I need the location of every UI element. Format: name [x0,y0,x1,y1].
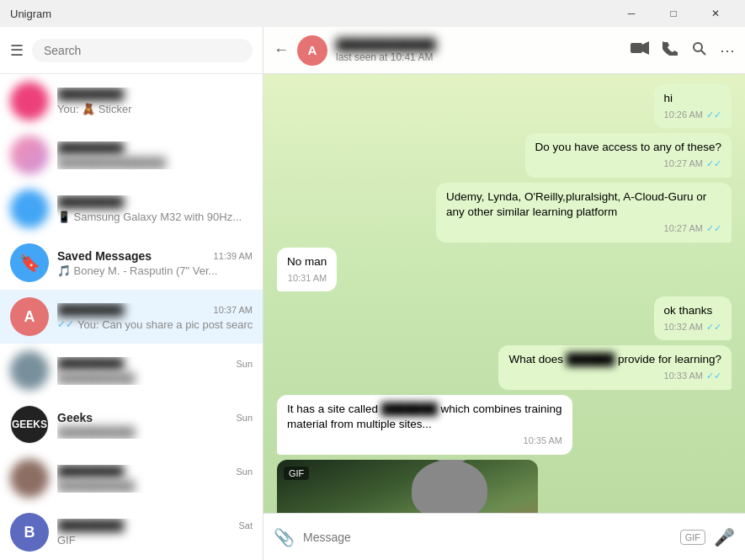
chat-preview: ██████████ [57,372,253,385]
message-time: 10:32 AM [664,321,703,333]
message-bubble: No man 10:31 AM [277,248,337,291]
chat-top: ████████ Sun [57,357,253,371]
search-icon[interactable] [691,40,706,60]
message-bubble: It has a site called ███████ which combi… [277,395,572,455]
app-title: Unigram [10,8,612,20]
list-item[interactable]: B ████████ Sat GIF [0,505,263,559]
chat-top: ████████ [57,141,253,155]
sidebar-header: ☰ [0,27,263,74]
message-bubble: hi 10:26 AM ✓✓ [654,84,732,128]
chat-preview: ██████████████ [57,157,253,169]
contact-name: ████████████ [336,38,622,51]
chat-top: ████████ Sun [57,465,253,478]
message-text: Do you have access to any of these? [535,141,721,153]
message-text: No man [287,255,327,268]
svg-point-2 [694,43,702,51]
list-item[interactable]: ████████ Sun ██████████ [0,451,263,505]
chat-time: Sun [236,413,253,423]
window-controls: ─ □ ✕ [612,0,735,27]
message-row: No man 10:31 AM [277,248,732,291]
chat-info: ████████ You: 🧸 Sticker [57,88,253,115]
more-icon[interactable]: ⋯ [720,41,735,60]
list-item[interactable]: ████████ 📱 Samsung Galaxy M32 with 90Hz.… [0,182,263,236]
svg-rect-0 [631,43,642,53]
avatar: A [10,297,49,336]
chat-time: Sat [238,520,253,531]
message-time: 10:35 AM [524,435,562,447]
list-item-active[interactable]: A ████████ 10:37 AM ✓✓ You: Can you shar… [0,290,263,344]
list-item[interactable]: ████████ You: 🧸 Sticker [0,74,263,128]
chat-info: ████████ ██████████████ [57,141,253,169]
message-time: 10:27 AM [664,157,703,170]
chat-preview: ██████████ [57,480,253,493]
chat-preview: 📱 Samsung Galaxy M32 with 90Hz... [57,211,253,223]
chat-info: ████████ 10:37 AM ✓✓ You: Can you share … [57,303,253,331]
avatar: 🔖 [10,243,49,282]
read-receipt: ✓✓ [706,157,721,170]
chat-top: ████████ [57,195,253,209]
avatar [10,82,49,120]
chat-name: Saved Messages [57,249,152,263]
search-input[interactable] [32,39,253,62]
svg-marker-1 [642,41,649,55]
avatar: B [10,513,49,552]
header-actions: ⋯ [631,40,735,60]
message-text: What does ██████ provide for learning? [508,353,721,365]
sidebar: ☰ ████████ You: 🧸 Sticker [0,27,263,560]
gif-label: GIF [284,467,309,480]
messages-area: hi 10:26 AM ✓✓ Do you have access to any… [263,74,745,513]
message-row: Do you have access to any of these? 10:2… [277,133,732,177]
video-call-icon[interactable] [631,41,649,59]
chat-name: Geeks [57,411,93,424]
chat-info: Saved Messages 11:39 AM 🎵 Boney M. - Ras… [57,249,253,277]
maximize-button[interactable]: □ [654,0,693,27]
chat-name: ████████ [57,195,124,209]
chat-preview: ✓✓ You: Can you share a pic post search? [57,318,253,331]
chat-top: Saved Messages 11:39 AM [57,249,253,263]
chat-header-avatar: A [297,35,327,66]
list-item[interactable]: ████████ ██████████████ [0,128,263,182]
titlebar: Unigram ─ □ ✕ [0,0,745,27]
back-button[interactable]: ← [274,41,289,59]
list-item[interactable]: ████████ Sun ██████████ [0,344,263,397]
message-row: It has a site called ███████ which combi… [277,395,732,455]
read-receipt: ✓✓ [706,222,721,235]
list-item[interactable]: 🔖 Saved Messages 11:39 AM 🎵 Boney M. - R… [0,236,263,290]
chat-top: ████████ Sat [57,519,253,532]
avatar [10,189,49,228]
chat-time: 10:37 AM [214,305,253,315]
chat-top: ████████ [57,88,253,101]
message-text: It has a site called ███████ which combi… [287,403,562,431]
chat-preview: You: 🧸 Sticker [57,103,253,115]
message-row: ok thanks 10:32 AM ✓✓ [277,296,732,340]
chat-name: ████████ [57,465,124,478]
chat-header: ← A ████████████ last seen at 10:41 AM ⋯ [263,27,745,74]
svg-line-3 [701,51,705,55]
message-row: Udemy, Lynda, O'Reilly,pluralsight, A-Cl… [277,183,732,243]
minimize-button[interactable]: ─ [612,0,651,27]
attachment-icon[interactable]: 📎 [274,527,295,547]
message-bubble: Udemy, Lynda, O'Reilly,pluralsight, A-Cl… [436,183,732,243]
message-input[interactable] [303,531,672,544]
phone-icon[interactable] [663,40,678,60]
message-time: 10:27 AM [664,222,703,235]
avatar [10,136,49,174]
message-text: hi [664,92,673,104]
chat-info: ████████ Sun ██████████ [57,357,253,385]
chat-name: ████████ [57,519,124,532]
microphone-icon[interactable]: 🎤 [714,527,735,547]
menu-icon[interactable]: ☰ [10,41,24,60]
chat-name: ████████ [57,141,124,155]
chat-info: Geeks Sun ██████████ [57,411,253,439]
message-text: ok thanks [664,304,713,317]
avatar: GEEKS [10,405,49,444]
chat-name: ████████ [57,88,124,101]
list-item[interactable]: GEEKS Geeks Sun ██████████ [0,397,263,451]
close-button[interactable]: ✕ [696,0,735,27]
message-text: Udemy, Lynda, O'Reilly,pluralsight, A-Cl… [446,190,706,219]
message-bubble: ok thanks 10:32 AM ✓✓ [654,296,732,340]
input-right: GIF 🎤 [680,527,735,547]
gif-bubble[interactable]: 🐱 GIF 10:35 AM ✓✓ [277,460,538,513]
chat-info: ████████ Sat GIF [57,519,253,547]
gif-button[interactable]: GIF [680,530,705,545]
